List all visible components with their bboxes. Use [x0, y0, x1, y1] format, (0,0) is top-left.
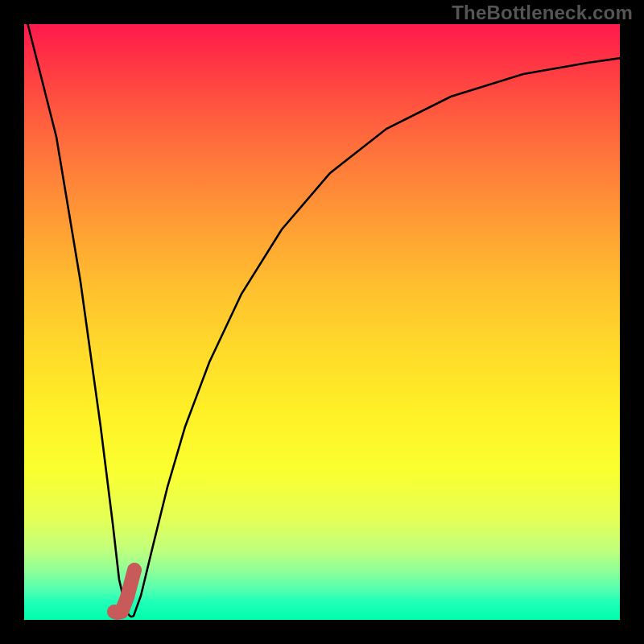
- chart-container: TheBottleneck.com: [0, 0, 644, 644]
- bottleneck-curve-path: [26, 16, 621, 617]
- target-marker-path: [114, 570, 134, 613]
- curve-layer: [24, 24, 620, 620]
- watermark-text: TheBottleneck.com: [452, 2, 633, 24]
